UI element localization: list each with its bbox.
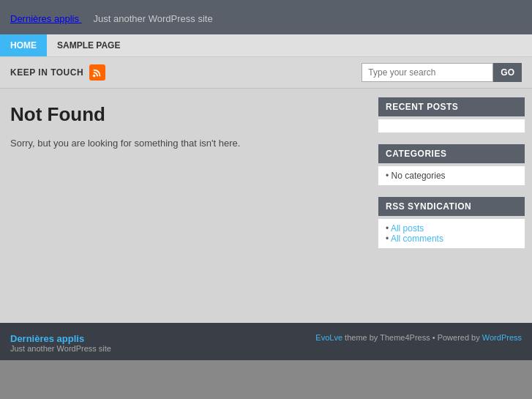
widget-categories: CATEGORIES No categories: [378, 144, 525, 185]
rss-link[interactable]: All comments: [391, 234, 443, 244]
search-form: GO: [361, 63, 522, 82]
nav-item-sample-page[interactable]: SAMPLE PAGE: [47, 34, 130, 56]
footer-right: EvoLve EvoLve theme by Theme4Press • Pow…: [315, 333, 522, 342]
main-nav: HOME SAMPLE PAGE: [0, 34, 532, 57]
recent-posts-title: RECENT POSTS: [378, 97, 525, 116]
widget-rss: RSS SYNDICATION All postsAll comments: [378, 197, 525, 248]
footer-site-title[interactable]: Dernières applis: [10, 333, 111, 344]
recent-posts-content: [378, 119, 525, 133]
site-tagline: Just another WordPress site: [94, 13, 213, 24]
main-content: Not Found Sorry, but you are looking for…: [0, 89, 371, 323]
rss-content: All postsAll comments: [378, 219, 525, 248]
main-area: Not Found Sorry, but you are looking for…: [0, 89, 532, 323]
rss-link[interactable]: All posts: [391, 223, 424, 234]
categories-content: No categories: [378, 166, 525, 185]
site-title[interactable]: Dernières applis: [10, 13, 82, 24]
site-header: Dernières applis Just another WordPress …: [0, 0, 532, 34]
not-found-title: Not Found: [10, 103, 361, 126]
search-input[interactable]: [361, 63, 493, 82]
footer: Dernières applis Just another WordPress …: [0, 323, 532, 360]
no-categories-item: No categories: [386, 171, 517, 181]
footer-site-tagline: Just another WordPress site: [10, 344, 111, 353]
rss-link-item: All comments: [386, 234, 517, 244]
nav-item-home[interactable]: HOME: [0, 34, 47, 56]
keep-in-touch-bar: KEEP IN TOUCH GO: [0, 57, 532, 89]
widget-recent-posts: RECENT POSTS: [378, 97, 525, 133]
rss-links-list: All postsAll comments: [386, 223, 517, 244]
search-go-button[interactable]: GO: [493, 63, 522, 82]
rss-icon[interactable]: [89, 64, 105, 81]
footer-theme-text: EvoLve EvoLve theme by Theme4Press • Pow…: [315, 333, 522, 342]
keep-in-touch-label: KEEP IN TOUCH: [10, 67, 83, 78]
footer-left: Dernières applis Just another WordPress …: [10, 333, 111, 353]
categories-title: CATEGORIES: [378, 144, 525, 163]
svg-point-0: [93, 75, 96, 78]
rss-syndication-title: RSS SYNDICATION: [378, 197, 525, 216]
footer-wordpress-link[interactable]: WordPress: [482, 333, 522, 342]
footer-evolve-link[interactable]: EvoLve: [315, 333, 342, 342]
sidebar: RECENT POSTS CATEGORIES No categories RS…: [371, 89, 532, 323]
keep-in-touch-left: KEEP IN TOUCH: [10, 64, 105, 81]
not-found-text: Sorry, but you are looking for something…: [10, 138, 361, 149]
rss-link-item: All posts: [386, 223, 517, 234]
